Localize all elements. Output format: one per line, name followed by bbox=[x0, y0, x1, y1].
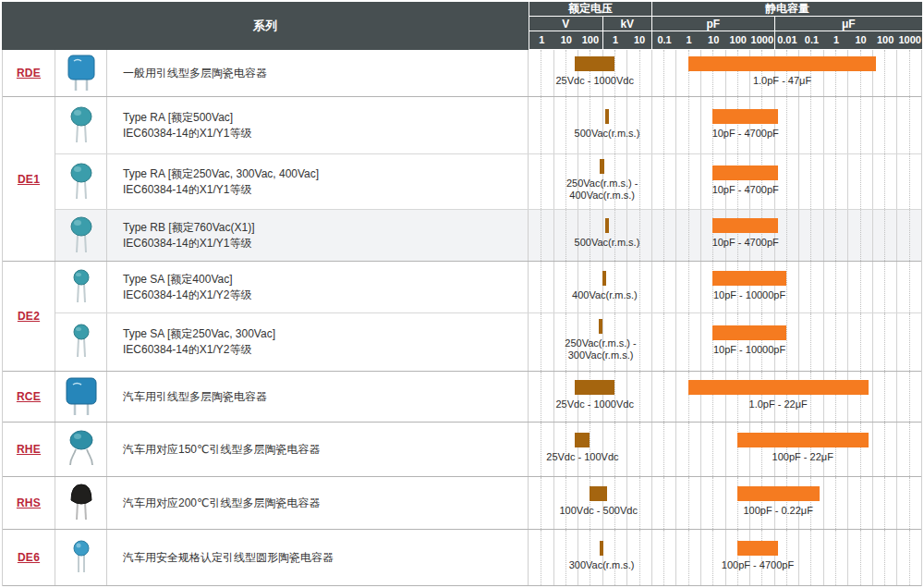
grid-tick-line bbox=[590, 97, 590, 153]
group-rows: 汽车用引线型多层陶瓷电容器25Vdc - 1000Vdc1.0pF - 22μF bbox=[55, 372, 921, 422]
grid-line bbox=[675, 423, 676, 476]
table-row: Type RA [额定250Vac, 300Vac, 400Vac]IEC603… bbox=[55, 154, 921, 210]
grid-tick-line bbox=[810, 154, 811, 209]
grid-tick-line bbox=[663, 262, 664, 312]
grid-tick-line bbox=[810, 530, 811, 585]
axis-unit-header: kV bbox=[603, 17, 652, 31]
series-link-de6[interactable]: DE6 bbox=[18, 551, 40, 564]
axis-unit-header: pF bbox=[652, 17, 775, 31]
grid-tick-line bbox=[590, 262, 590, 312]
grid-tick-line bbox=[860, 423, 861, 476]
grid-tick-line bbox=[541, 530, 541, 585]
grid-line bbox=[626, 372, 627, 422]
grid-tick-line bbox=[590, 423, 590, 476]
voltage-range-bar bbox=[575, 380, 614, 395]
header-unit-row: VkVpFμF bbox=[529, 17, 922, 31]
grid-line bbox=[700, 530, 701, 585]
capacitance-range-bar-label: 100pF - 0.22μF bbox=[743, 505, 812, 517]
voltage-range-bar-label: 300Vac(r.m.s.) bbox=[569, 559, 635, 571]
grid-tick-line bbox=[688, 530, 689, 585]
capacitance-range-bar-label: 10pF - 10000pF bbox=[713, 289, 785, 301]
table-header: 系列 额定电压静电容量 VkVpFμF 1101001100.111010010… bbox=[2, 2, 922, 50]
grid-tick-line bbox=[712, 97, 713, 153]
icon-cell bbox=[55, 50, 107, 96]
description-cell: 汽车用引线型多层陶瓷电容器 bbox=[107, 372, 529, 422]
group-rows: 汽车用对应200℃引线型多层陶瓷电容器100Vdc - 500Vdc100pF … bbox=[55, 477, 921, 529]
voltage-range-bar-label: 100Vdc - 500Vdc bbox=[559, 505, 637, 517]
capacitance-range-bar-label: 1.0pF - 22μF bbox=[749, 398, 808, 410]
disc-large-icon bbox=[67, 104, 96, 147]
axis-unit-header: V bbox=[529, 17, 603, 31]
grid-line bbox=[847, 154, 848, 209]
grid-line bbox=[675, 477, 676, 529]
grid-tick-line bbox=[761, 154, 762, 209]
grid-tick-line bbox=[565, 477, 566, 529]
grid-line bbox=[823, 154, 824, 209]
grid-line bbox=[823, 477, 824, 529]
disc-round-small-icon bbox=[70, 538, 92, 577]
series-link-rce[interactable]: RCE bbox=[17, 390, 41, 403]
grid-tick-line bbox=[786, 313, 787, 371]
grid-tick-line bbox=[737, 313, 738, 371]
series-group-de6: DE6汽车用安全规格认定引线型圆形陶瓷电容器300Vac(r.m.s.)100p… bbox=[3, 530, 921, 586]
grid-tick-line bbox=[860, 262, 861, 312]
grid-line bbox=[626, 423, 627, 476]
grid-line bbox=[798, 477, 799, 529]
grid-line bbox=[725, 423, 726, 476]
description-line: 汽车用对应200℃引线型多层陶瓷电容器 bbox=[123, 496, 528, 511]
grid-line bbox=[602, 477, 603, 529]
capacitance-range-bar bbox=[737, 486, 820, 501]
grid-line bbox=[798, 210, 799, 261]
grid-tick-line bbox=[639, 210, 640, 261]
grid-line bbox=[847, 423, 848, 476]
grid-line bbox=[774, 530, 775, 585]
grid-tick-line bbox=[909, 423, 910, 476]
description-cell: Type SA [额定250Vac, 300Vac]IEC60384-14的X1… bbox=[107, 313, 529, 371]
grid-tick-line bbox=[565, 50, 566, 96]
grid-line bbox=[872, 477, 873, 529]
disc-large-icon bbox=[67, 161, 96, 203]
grid-line bbox=[602, 97, 603, 153]
grid-line bbox=[823, 262, 824, 312]
grid-line bbox=[675, 210, 676, 261]
description-line: Type RA [额定250Vac, 300Vac, 400Vac] bbox=[123, 166, 528, 182]
grid-tick-line bbox=[860, 154, 861, 209]
description-line: IEC60384-14的X1/Y2等级 bbox=[123, 342, 528, 358]
scale-tick: 10 bbox=[554, 31, 579, 49]
grid-line bbox=[675, 372, 676, 422]
grid-line bbox=[602, 210, 603, 261]
grid-line bbox=[626, 50, 627, 96]
grid-line bbox=[675, 154, 676, 209]
grid-line bbox=[847, 530, 848, 585]
grid-line bbox=[749, 530, 750, 585]
grid-tick-line bbox=[860, 210, 861, 261]
grid-tick-line bbox=[663, 530, 664, 585]
grid-tick-line bbox=[909, 50, 910, 96]
icon-cell bbox=[55, 372, 107, 422]
series-link-rhs[interactable]: RHS bbox=[17, 496, 41, 509]
description-cell: Type RB [额定760Vac(X1)]IEC60384-14的X1/Y1等… bbox=[107, 210, 529, 261]
description-cell: Type RA [额定250Vac, 300Vac, 400Vac]IEC603… bbox=[107, 154, 529, 209]
grid-line bbox=[823, 210, 824, 261]
grid-tick-line bbox=[835, 262, 836, 312]
grid-line bbox=[896, 372, 897, 422]
series-link-rhe[interactable]: RHE bbox=[17, 443, 41, 456]
description-line: Type SA [额定400Vac] bbox=[123, 272, 528, 288]
grid-line bbox=[798, 262, 799, 312]
grid-tick-line bbox=[761, 97, 762, 153]
grid-line bbox=[700, 313, 701, 371]
series-link-de2[interactable]: DE2 bbox=[18, 310, 40, 323]
grid-tick-line bbox=[712, 530, 713, 585]
grid-tick-line bbox=[541, 210, 541, 261]
grid-tick-line bbox=[590, 530, 590, 585]
scale-tick: 100 bbox=[578, 31, 603, 49]
capacitor-lineup-table: 系列 额定电压静电容量 VkVpFμF 1101001100.111010010… bbox=[0, 0, 924, 588]
series-link-rde[interactable]: RDE bbox=[17, 67, 41, 80]
grid-tick-line bbox=[541, 477, 541, 529]
grid-line bbox=[872, 313, 873, 371]
series-link-de1[interactable]: DE1 bbox=[18, 173, 40, 186]
grid-tick-line bbox=[688, 262, 689, 312]
grid-tick-line bbox=[909, 313, 910, 371]
series-group-de1: DE1Type RA [额定500Vac]IEC60384-14的X1/Y1等级… bbox=[3, 97, 921, 262]
grid-tick-line bbox=[835, 210, 836, 261]
